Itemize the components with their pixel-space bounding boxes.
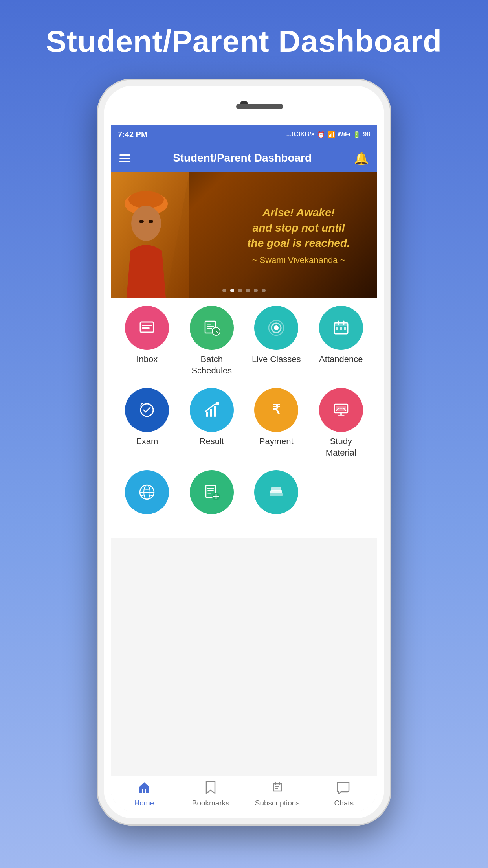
svg-point-4 xyxy=(139,220,144,223)
svg-rect-42 xyxy=(207,490,214,491)
svg-rect-29 xyxy=(214,406,216,417)
dot-4[interactable] xyxy=(246,289,250,292)
status-time: 7:42 PM xyxy=(118,130,148,139)
banner-dots xyxy=(222,289,266,292)
grid-item-attendance[interactable]: Attandence xyxy=(314,306,369,376)
svg-rect-28 xyxy=(210,409,212,417)
svg-rect-48 xyxy=(271,487,281,491)
grid-item-batch-schedules[interactable]: BatchSchedules xyxy=(184,306,239,376)
result-label: Result xyxy=(200,436,224,447)
nav-chats-label: Chats xyxy=(334,799,354,807)
grid-item-library[interactable] xyxy=(249,470,304,518)
svg-rect-24 xyxy=(340,327,342,330)
grid-item-global[interactable] xyxy=(119,470,174,518)
status-bar: 7:42 PM ...0.3KB/s ⏰ 📶 WiFi 🔋 98 xyxy=(111,125,377,144)
banner-text: Arise! Awake!and stop not untilthe goal … xyxy=(228,205,369,265)
dot-2[interactable] xyxy=(230,289,234,292)
payment-icon: ₹ xyxy=(266,400,286,420)
svg-rect-6 xyxy=(140,322,154,332)
svg-rect-23 xyxy=(336,327,338,330)
grid-item-inbox[interactable]: Inbox xyxy=(119,306,174,376)
status-icons: ...0.3KB/s ⏰ 📶 WiFi 🔋 98 xyxy=(286,131,370,138)
payment-icon-circle: ₹ xyxy=(254,388,298,432)
svg-point-3 xyxy=(131,206,161,241)
svg-rect-10 xyxy=(207,324,211,325)
svg-point-16 xyxy=(274,326,279,330)
banner-quote: Arise! Awake!and stop not untilthe goal … xyxy=(228,205,369,251)
nav-item-bookmarks[interactable]: Bookmarks xyxy=(179,781,242,807)
exam-icon xyxy=(137,400,157,420)
svg-rect-8 xyxy=(142,327,150,329)
app-bar-title: Student/Parent Dashboard xyxy=(173,152,312,164)
svg-rect-12 xyxy=(207,328,212,329)
grid-item-result[interactable]: Result xyxy=(184,388,239,458)
svg-rect-20 xyxy=(334,323,348,326)
batch-schedules-icon xyxy=(202,318,222,338)
inbox-icon-circle xyxy=(125,306,169,350)
svg-rect-36 xyxy=(338,415,345,416)
svg-rect-27 xyxy=(206,412,208,417)
nav-item-subscriptions[interactable]: Subscriptions xyxy=(246,781,309,807)
svg-rect-25 xyxy=(344,327,346,330)
library-icon xyxy=(266,482,286,502)
nav-item-chats[interactable]: Chats xyxy=(312,781,375,807)
svg-rect-53 xyxy=(279,782,280,785)
dot-6[interactable] xyxy=(262,289,266,292)
vivekananda-image xyxy=(111,172,189,298)
exam-icon-circle xyxy=(125,388,169,432)
result-icon-circle xyxy=(190,388,234,432)
svg-rect-50 xyxy=(143,789,145,793)
svg-point-30 xyxy=(216,402,219,405)
svg-rect-11 xyxy=(207,326,214,327)
inbox-icon xyxy=(137,318,157,338)
study-material-icon xyxy=(331,400,351,420)
svg-rect-54 xyxy=(275,782,276,785)
alarm-icon: ⏰ xyxy=(317,131,325,138)
nav-item-home[interactable]: Home xyxy=(113,781,176,807)
batch-schedules-label: BatchSchedules xyxy=(191,354,232,376)
chats-icon xyxy=(337,781,350,797)
svg-rect-35 xyxy=(340,413,342,415)
phone-inner: 7:42 PM ...0.3KB/s ⏰ 📶 WiFi 🔋 98 xyxy=(104,86,384,818)
grid-item-notes[interactable] xyxy=(184,470,239,518)
bookmark-icon xyxy=(205,781,216,797)
signal-icon: 📶 xyxy=(327,131,335,138)
hamburger-menu-button[interactable] xyxy=(119,154,130,162)
grid-row-2: Exam xyxy=(115,388,373,458)
bottom-navigation: Home Bookmarks xyxy=(111,776,377,811)
library-icon-circle xyxy=(254,470,298,514)
dot-1[interactable] xyxy=(222,289,226,292)
nav-home-label: Home xyxy=(134,799,154,807)
svg-point-5 xyxy=(149,220,153,223)
nav-subscriptions-label: Subscriptions xyxy=(255,799,300,807)
inbox-label: Inbox xyxy=(136,354,158,365)
app-bar: Student/Parent Dashboard 🔔 xyxy=(111,144,377,172)
study-material-label: Study Material xyxy=(314,436,369,458)
scrollable-content[interactable]: Arise! Awake!and stop not untilthe goal … xyxy=(111,172,377,811)
grid-row-1: Inbox xyxy=(115,306,373,376)
phone-speaker xyxy=(236,104,283,109)
svg-text:₹: ₹ xyxy=(272,402,281,416)
attendance-icon xyxy=(331,318,351,338)
grid-item-study-material[interactable]: Study Material xyxy=(314,388,369,458)
dot-3[interactable] xyxy=(238,289,242,292)
study-material-icon-circle xyxy=(319,388,363,432)
grid-item-exam[interactable]: Exam xyxy=(119,388,174,458)
page-title: Student/Parent Dashboard xyxy=(0,0,488,59)
live-classes-icon-circle xyxy=(254,306,298,350)
attendance-label: Attandence xyxy=(319,354,363,365)
batch-schedules-icon-circle xyxy=(190,306,234,350)
live-classes-icon xyxy=(266,318,286,338)
grid-item-live-classes[interactable]: Live Classes xyxy=(249,306,304,376)
exam-label: Exam xyxy=(136,436,158,447)
notes-icon-circle xyxy=(190,470,234,514)
globe-icon xyxy=(137,482,157,502)
dashboard-grid: Inbox xyxy=(111,298,377,538)
nav-bookmarks-label: Bookmarks xyxy=(192,799,229,807)
notification-bell-icon[interactable]: 🔔 xyxy=(354,151,369,165)
live-classes-label: Live Classes xyxy=(252,354,301,365)
data-speed: ...0.3KB/s xyxy=(286,131,315,138)
svg-rect-41 xyxy=(207,488,214,489)
dot-5[interactable] xyxy=(254,289,258,292)
grid-item-payment[interactable]: ₹ Payment xyxy=(249,388,304,458)
